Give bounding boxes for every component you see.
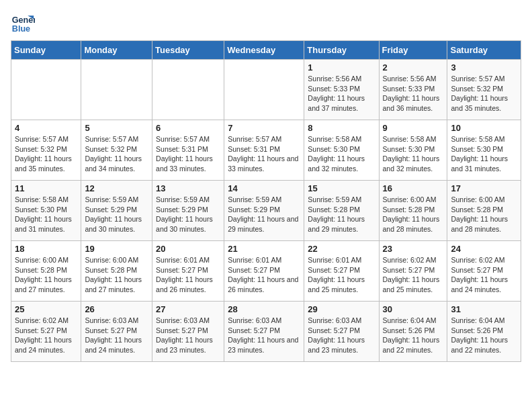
day-info: Sunrise: 6:02 AMSunset: 5:27 PMDaylight:… bbox=[451, 255, 517, 295]
week-row-5: 25Sunrise: 6:02 AMSunset: 5:27 PMDayligh… bbox=[11, 302, 521, 362]
day-info: Sunrise: 5:56 AMSunset: 5:33 PMDaylight:… bbox=[383, 74, 444, 113]
day-cell bbox=[152, 60, 224, 120]
day-cell: 10Sunrise: 5:58 AMSunset: 5:30 PMDayligh… bbox=[447, 120, 521, 181]
day-info: Sunrise: 5:59 AMSunset: 5:29 PMDaylight:… bbox=[228, 195, 300, 234]
day-cell bbox=[224, 60, 304, 120]
day-number: 9 bbox=[383, 123, 444, 133]
day-cell: 12Sunrise: 5:59 AMSunset: 5:29 PMDayligh… bbox=[81, 181, 152, 241]
day-info: Sunrise: 5:59 AMSunset: 5:29 PMDaylight:… bbox=[156, 195, 220, 234]
day-info: Sunrise: 6:03 AMSunset: 5:27 PMDaylight:… bbox=[308, 316, 375, 355]
day-number: 29 bbox=[308, 304, 375, 314]
day-info: Sunrise: 6:00 AMSunset: 5:28 PMDaylight:… bbox=[451, 195, 517, 234]
day-cell: 1Sunrise: 5:56 AMSunset: 5:33 PMDaylight… bbox=[304, 60, 379, 120]
day-cell: 16Sunrise: 6:00 AMSunset: 5:28 PMDayligh… bbox=[379, 181, 447, 241]
day-info: Sunrise: 5:59 AMSunset: 5:28 PMDaylight:… bbox=[308, 195, 375, 234]
col-header-thursday: Thursday bbox=[304, 41, 379, 60]
day-number: 27 bbox=[156, 304, 220, 314]
day-cell: 17Sunrise: 6:00 AMSunset: 5:28 PMDayligh… bbox=[447, 181, 521, 241]
day-number: 31 bbox=[451, 304, 517, 314]
day-number: 14 bbox=[228, 183, 300, 193]
day-number: 2 bbox=[383, 62, 444, 73]
day-info: Sunrise: 6:04 AMSunset: 5:26 PMDaylight:… bbox=[451, 316, 517, 355]
day-number: 25 bbox=[15, 304, 77, 314]
day-number: 5 bbox=[85, 123, 148, 133]
day-number: 1 bbox=[308, 62, 375, 73]
week-row-1: 1Sunrise: 5:56 AMSunset: 5:33 PMDaylight… bbox=[11, 60, 521, 120]
day-info: Sunrise: 6:01 AMSunset: 5:27 PMDaylight:… bbox=[156, 255, 220, 295]
calendar-body: 1Sunrise: 5:56 AMSunset: 5:33 PMDaylight… bbox=[11, 60, 521, 362]
day-number: 15 bbox=[308, 183, 375, 193]
day-info: Sunrise: 5:59 AMSunset: 5:29 PMDaylight:… bbox=[85, 195, 148, 234]
day-info: Sunrise: 6:03 AMSunset: 5:27 PMDaylight:… bbox=[228, 316, 300, 355]
day-cell: 18Sunrise: 6:00 AMSunset: 5:28 PMDayligh… bbox=[11, 241, 81, 302]
day-cell: 5Sunrise: 5:57 AMSunset: 5:32 PMDaylight… bbox=[81, 120, 152, 181]
day-info: Sunrise: 6:00 AMSunset: 5:28 PMDaylight:… bbox=[383, 195, 444, 234]
logo: General Blue bbox=[11, 11, 38, 35]
day-cell: 24Sunrise: 6:02 AMSunset: 5:27 PMDayligh… bbox=[447, 241, 521, 302]
week-row-3: 11Sunrise: 5:58 AMSunset: 5:30 PMDayligh… bbox=[11, 181, 521, 241]
day-cell: 31Sunrise: 6:04 AMSunset: 5:26 PMDayligh… bbox=[447, 302, 521, 362]
day-number: 3 bbox=[451, 62, 517, 73]
day-cell: 30Sunrise: 6:04 AMSunset: 5:26 PMDayligh… bbox=[379, 302, 447, 362]
day-info: Sunrise: 5:57 AMSunset: 5:31 PMDaylight:… bbox=[156, 134, 220, 174]
day-info: Sunrise: 6:02 AMSunset: 5:27 PMDaylight:… bbox=[15, 316, 77, 355]
day-info: Sunrise: 5:58 AMSunset: 5:30 PMDaylight:… bbox=[15, 195, 77, 234]
day-cell: 14Sunrise: 5:59 AMSunset: 5:29 PMDayligh… bbox=[224, 181, 304, 241]
day-info: Sunrise: 6:03 AMSunset: 5:27 PMDaylight:… bbox=[85, 316, 148, 355]
day-cell: 2Sunrise: 5:56 AMSunset: 5:33 PMDaylight… bbox=[379, 60, 447, 120]
day-info: Sunrise: 5:56 AMSunset: 5:33 PMDaylight:… bbox=[308, 74, 375, 113]
day-cell: 29Sunrise: 6:03 AMSunset: 5:27 PMDayligh… bbox=[304, 302, 379, 362]
day-number: 17 bbox=[451, 183, 517, 193]
day-info: Sunrise: 5:58 AMSunset: 5:30 PMDaylight:… bbox=[451, 134, 517, 174]
day-cell: 8Sunrise: 5:58 AMSunset: 5:30 PMDaylight… bbox=[304, 120, 379, 181]
day-info: Sunrise: 6:00 AMSunset: 5:28 PMDaylight:… bbox=[15, 255, 77, 295]
day-cell: 7Sunrise: 5:57 AMSunset: 5:31 PMDaylight… bbox=[224, 120, 304, 181]
calendar-table: SundayMondayTuesdayWednesdayThursdayFrid… bbox=[11, 40, 521, 362]
day-info: Sunrise: 5:57 AMSunset: 5:31 PMDaylight:… bbox=[228, 134, 300, 174]
col-header-wednesday: Wednesday bbox=[224, 41, 304, 60]
day-number: 23 bbox=[383, 244, 444, 254]
day-cell: 26Sunrise: 6:03 AMSunset: 5:27 PMDayligh… bbox=[81, 302, 152, 362]
day-cell: 25Sunrise: 6:02 AMSunset: 5:27 PMDayligh… bbox=[11, 302, 81, 362]
day-number: 18 bbox=[15, 244, 77, 254]
day-cell: 9Sunrise: 5:58 AMSunset: 5:30 PMDaylight… bbox=[379, 120, 447, 181]
day-number: 21 bbox=[228, 244, 300, 254]
day-cell bbox=[11, 60, 81, 120]
col-header-saturday: Saturday bbox=[447, 41, 521, 60]
day-info: Sunrise: 6:03 AMSunset: 5:27 PMDaylight:… bbox=[156, 316, 220, 355]
day-number: 22 bbox=[308, 244, 375, 254]
day-cell: 27Sunrise: 6:03 AMSunset: 5:27 PMDayligh… bbox=[152, 302, 224, 362]
day-number: 4 bbox=[15, 123, 77, 133]
week-row-2: 4Sunrise: 5:57 AMSunset: 5:32 PMDaylight… bbox=[11, 120, 521, 181]
day-cell bbox=[81, 60, 152, 120]
day-number: 12 bbox=[85, 183, 148, 193]
week-row-4: 18Sunrise: 6:00 AMSunset: 5:28 PMDayligh… bbox=[11, 241, 521, 302]
day-cell: 21Sunrise: 6:01 AMSunset: 5:27 PMDayligh… bbox=[224, 241, 304, 302]
day-info: Sunrise: 5:57 AMSunset: 5:32 PMDaylight:… bbox=[451, 74, 517, 113]
day-info: Sunrise: 6:04 AMSunset: 5:26 PMDaylight:… bbox=[383, 316, 444, 355]
day-number: 26 bbox=[85, 304, 148, 314]
day-number: 28 bbox=[228, 304, 300, 314]
day-info: Sunrise: 6:00 AMSunset: 5:28 PMDaylight:… bbox=[85, 255, 148, 295]
day-cell: 15Sunrise: 5:59 AMSunset: 5:28 PMDayligh… bbox=[304, 181, 379, 241]
day-number: 30 bbox=[383, 304, 444, 314]
day-number: 16 bbox=[383, 183, 444, 193]
day-cell: 11Sunrise: 5:58 AMSunset: 5:30 PMDayligh… bbox=[11, 181, 81, 241]
day-cell: 3Sunrise: 5:57 AMSunset: 5:32 PMDaylight… bbox=[447, 60, 521, 120]
day-number: 24 bbox=[451, 244, 517, 254]
header: General Blue bbox=[11, 11, 521, 35]
day-cell: 19Sunrise: 6:00 AMSunset: 5:28 PMDayligh… bbox=[81, 241, 152, 302]
day-info: Sunrise: 6:01 AMSunset: 5:27 PMDaylight:… bbox=[228, 255, 300, 295]
col-header-friday: Friday bbox=[379, 41, 447, 60]
logo-icon: General Blue bbox=[11, 11, 35, 35]
day-info: Sunrise: 5:57 AMSunset: 5:32 PMDaylight:… bbox=[85, 134, 148, 174]
day-number: 10 bbox=[451, 123, 517, 133]
day-info: Sunrise: 5:58 AMSunset: 5:30 PMDaylight:… bbox=[308, 134, 375, 174]
day-number: 19 bbox=[85, 244, 148, 254]
day-number: 8 bbox=[308, 123, 375, 133]
day-cell: 13Sunrise: 5:59 AMSunset: 5:29 PMDayligh… bbox=[152, 181, 224, 241]
day-cell: 23Sunrise: 6:02 AMSunset: 5:27 PMDayligh… bbox=[379, 241, 447, 302]
day-number: 13 bbox=[156, 183, 220, 193]
day-info: Sunrise: 6:01 AMSunset: 5:27 PMDaylight:… bbox=[308, 255, 375, 295]
svg-text:Blue: Blue bbox=[12, 24, 30, 34]
